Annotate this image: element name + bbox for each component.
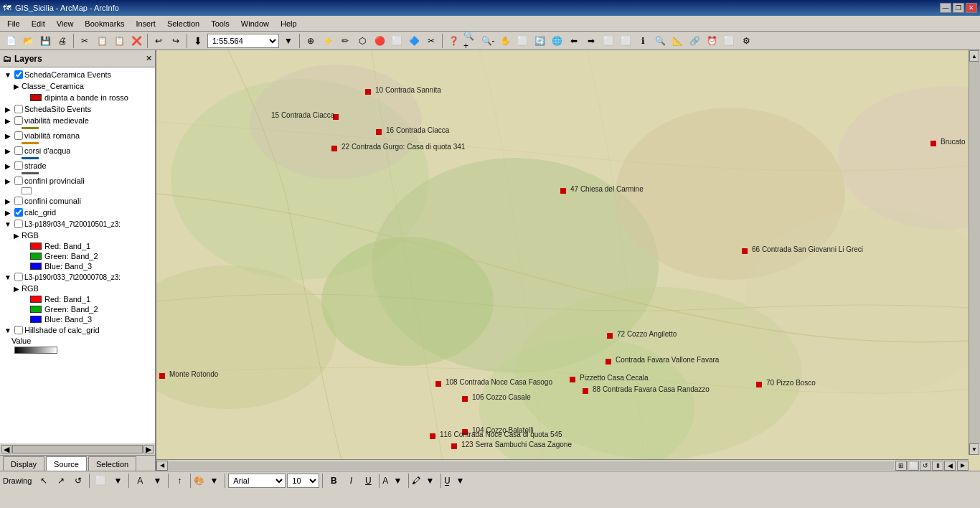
- point-16-ciacca[interactable]: [376, 129, 382, 135]
- layers-close-button[interactable]: ✕: [146, 54, 152, 63]
- point-22-gurgo[interactable]: [331, 146, 337, 151]
- expand-confiniprovinciali[interactable]: ▶: [3, 176, 13, 186]
- info-button[interactable]: ℹ: [635, 33, 651, 49]
- layout-button[interactable]: ⬜: [908, 461, 919, 471]
- expand-rgb2[interactable]: ▶: [11, 283, 22, 293]
- full-extent-button[interactable]: ⬜: [514, 33, 530, 49]
- undo-button[interactable]: ↩: [151, 33, 166, 49]
- more-button[interactable]: ⬜: [721, 33, 737, 49]
- layer-green2[interactable]: Green: Band_2: [0, 304, 155, 314]
- expand-strade[interactable]: ▶: [3, 161, 13, 171]
- expand-l3p189[interactable]: ▼: [3, 219, 13, 229]
- point-favara-vallone[interactable]: [606, 359, 611, 364]
- refresh-button[interactable]: ↺: [920, 461, 931, 471]
- close-button[interactable]: ✕: [966, 3, 977, 13]
- menu-insert[interactable]: Insert: [130, 16, 161, 32]
- underline-button[interactable]: U: [360, 473, 376, 489]
- point-123-serra[interactable]: [451, 443, 457, 449]
- menu-window[interactable]: Window: [235, 16, 275, 32]
- help-button[interactable]: ❓: [446, 33, 461, 49]
- time-button[interactable]: ⏰: [704, 33, 720, 49]
- menu-tools[interactable]: Tools: [205, 16, 235, 32]
- font-name-select[interactable]: Arial: [228, 474, 286, 488]
- layer-hillshade[interactable]: ▼ Hillshade of calc_grid: [0, 324, 155, 336]
- layer-strade[interactable]: ▶ strade: [0, 160, 155, 171]
- scale-combo[interactable]: 1:55.564: [207, 34, 279, 48]
- rotate-button[interactable]: ↺: [70, 473, 86, 489]
- scroll-right-button[interactable]: ▶: [143, 445, 154, 453]
- layer-confiniprovinciali[interactable]: ▶ confini provinciali: [0, 175, 155, 187]
- layer-red2[interactable]: Red: Band_1: [0, 294, 155, 304]
- minimize-button[interactable]: —: [940, 3, 951, 13]
- scale-dropdown[interactable]: ▼: [281, 33, 296, 49]
- checkbox-strade[interactable]: [14, 161, 23, 170]
- layer-dipinta[interactable]: ▶ dipinta a bande in rosso: [0, 92, 155, 103]
- expand-viabilitamedievale[interactable]: ▶: [3, 116, 13, 126]
- editor-button[interactable]: ✏: [337, 33, 353, 49]
- checkbox-schedaceramica[interactable]: [14, 70, 23, 79]
- pause-button[interactable]: ⏸: [932, 461, 943, 471]
- north-arrow-button[interactable]: ↑: [171, 473, 187, 489]
- bold-button[interactable]: B: [326, 473, 341, 489]
- zoom-out-button[interactable]: 🔍-: [480, 33, 496, 49]
- rect-select-dropdown[interactable]: ▼: [110, 473, 126, 489]
- text-dropdown[interactable]: ▼: [149, 473, 165, 489]
- new-button[interactable]: 📄: [3, 33, 19, 49]
- point-contrada-sannita[interactable]: [365, 89, 371, 95]
- underline-color-dropdown[interactable]: ▼: [452, 473, 468, 489]
- expand-rgb1[interactable]: ▶: [11, 230, 22, 240]
- paste-button[interactable]: 📋: [111, 33, 127, 49]
- expand-corsiacqua[interactable]: ▶: [3, 146, 13, 156]
- zoom-layer-button[interactable]: 🔄: [532, 33, 547, 49]
- find-button[interactable]: 🔍: [652, 33, 668, 49]
- point-108-noce[interactable]: [435, 381, 441, 387]
- expand-classaceramica[interactable]: ▶: [11, 81, 22, 91]
- expand-schedasito[interactable]: ▶: [3, 104, 13, 114]
- cut-button[interactable]: ✂: [77, 33, 93, 49]
- print-button[interactable]: 🖨: [55, 33, 70, 49]
- restore-button[interactable]: ❐: [953, 3, 964, 13]
- delete-button[interactable]: ❌: [128, 33, 144, 49]
- font-size-select[interactable]: 10: [287, 474, 319, 488]
- menu-help[interactable]: Help: [275, 16, 303, 32]
- point-47-chiesa[interactable]: [560, 188, 566, 194]
- scroll-down-button[interactable]: ▼: [969, 443, 979, 455]
- layer-viabilitaromana[interactable]: ▶ viabilità romana: [0, 130, 155, 141]
- layer-schedasito[interactable]: ▶ SchedaSito Events: [0, 103, 155, 115]
- point-15-ciacca[interactable]: [333, 114, 339, 120]
- horizontal-scrollbar[interactable]: [12, 445, 143, 453]
- checkbox-schedasito[interactable]: [14, 105, 23, 113]
- scroll-up-button[interactable]: ▲: [969, 50, 979, 62]
- back-button[interactable]: ⬅: [566, 33, 582, 49]
- point-66-sangiovanni[interactable]: [742, 248, 748, 254]
- expand-hillshade[interactable]: ▼: [3, 325, 13, 335]
- tab-source[interactable]: Source: [46, 456, 87, 471]
- copy-button[interactable]: 📋: [94, 33, 110, 49]
- italic-button[interactable]: I: [343, 473, 359, 489]
- add-data-button[interactable]: ⬇: [190, 33, 206, 49]
- layer-blue1[interactable]: Blue: Band_3: [0, 261, 155, 271]
- map-area[interactable]: 10 Contrada Sannita 15 Contrada Ciacca 1…: [156, 50, 980, 471]
- point-70-pizzo[interactable]: [756, 382, 762, 387]
- checkbox-hillshade[interactable]: [14, 326, 23, 334]
- layer-green1[interactable]: Green: Band_2: [0, 251, 155, 261]
- menu-view[interactable]: View: [51, 16, 80, 32]
- measure-button[interactable]: 📐: [669, 33, 685, 49]
- layer-rgb1[interactable]: ▶ RGB: [0, 230, 155, 241]
- prev-extent-button[interactable]: ◀: [944, 461, 956, 471]
- point-72-angiletto[interactable]: [607, 333, 613, 339]
- flash-button[interactable]: ⚡: [320, 33, 336, 49]
- zoom-in-button[interactable]: 🔍+: [463, 33, 479, 49]
- tab-selection[interactable]: Selection: [88, 456, 136, 471]
- point-pizzetto[interactable]: [570, 377, 575, 382]
- layer-viabilitamedievale[interactable]: ▶ viabilità medievale: [0, 115, 155, 126]
- layer-calcgrid[interactable]: ▶ calc_grid: [0, 207, 155, 218]
- go-to-xy-button[interactable]: ⊕: [303, 33, 319, 49]
- open-button[interactable]: 📂: [20, 33, 36, 49]
- menu-bookmarks[interactable]: Bookmarks: [79, 16, 130, 32]
- arrow-tool-button[interactable]: ↖: [36, 473, 52, 489]
- layer-corsiacqua[interactable]: ▶ corsi d'acqua: [0, 145, 155, 156]
- split-button[interactable]: ✂: [423, 33, 439, 49]
- point-brucato[interactable]: [930, 141, 936, 146]
- font-color-dropdown[interactable]: ▼: [390, 473, 405, 489]
